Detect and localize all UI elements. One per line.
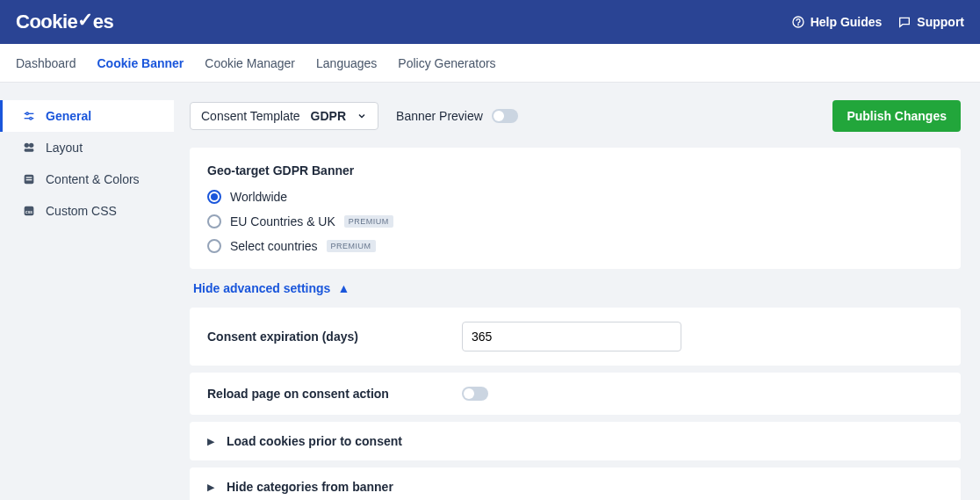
hide-advanced-settings-toggle[interactable]: Hide advanced settings ▲ [190,269,961,308]
support-link[interactable]: Support [897,15,964,29]
consent-expiration-row: Consent expiration (days) [190,308,961,366]
triangle-right-icon: ▶ [207,482,214,493]
body: General Layout Content & Colors css Cust… [0,83,980,500]
consent-template-select[interactable]: Consent Template GDPR [190,102,378,130]
sidebar-item-label: Custom CSS [46,204,117,218]
sidebar-item-label: Content & Colors [46,172,140,186]
radio-icon [207,214,221,228]
geo-option-label: Select countries [230,239,318,253]
svg-point-7 [29,143,33,148]
sidebar-item-general[interactable]: General [0,100,174,132]
brand-logo: Cookie✓es [16,11,113,33]
premium-badge: PREMIUM [344,215,393,228]
topbar-right: Help Guides Support [791,15,964,29]
css-icon: css [21,203,37,219]
help-icon [791,15,805,29]
svg-point-4 [26,112,29,115]
radio-icon [207,239,221,253]
chevron-up-icon: ▲ [337,281,349,295]
nav-cookie-banner[interactable]: Cookie Banner [97,56,184,70]
reload-label: Reload page on consent action [207,387,462,401]
premium-badge: PREMIUM [327,240,376,252]
advanced-toggle-label: Hide advanced settings [193,281,330,295]
sidebar-item-label: Layout [46,141,83,155]
sliders-icon [21,108,37,124]
svg-rect-11 [26,179,32,180]
svg-point-5 [30,117,32,120]
layout-icon [21,140,37,156]
geo-option-label: EU Countries & UK [230,214,335,228]
nav-dashboard[interactable]: Dashboard [16,56,76,70]
sidebar-item-custom-css[interactable]: css Custom CSS [0,195,174,227]
main-content: Consent Template GDPR Banner Preview Pub… [174,83,980,500]
svg-rect-8 [25,149,34,151]
banner-preview-control: Banner Preview [396,109,518,123]
load-cookies-label: Load cookies prior to consent [227,434,402,448]
hide-categories-label: Hide categories from banner [227,480,393,494]
svg-text:css: css [25,210,32,214]
toolbar: Consent Template GDPR Banner Preview Pub… [190,100,961,132]
hide-categories-expand[interactable]: ▶ Hide categories from banner [190,467,961,500]
content-icon [21,171,37,187]
sidebar-item-label: General [46,109,91,123]
svg-rect-10 [26,177,32,178]
sidebar: General Layout Content & Colors css Cust… [0,83,174,500]
geo-option-worldwide[interactable]: Worldwide [207,190,943,204]
geo-target-card: Geo-target GDPR Banner Worldwide EU Coun… [190,148,961,269]
help-guides-link[interactable]: Help Guides [791,15,883,29]
reload-on-consent-row: Reload page on consent action [190,373,961,415]
help-guides-label: Help Guides [811,15,883,29]
main-nav: Dashboard Cookie Banner Cookie Manager L… [0,44,980,83]
svg-point-6 [25,143,29,148]
geo-option-select-countries[interactable]: Select countries PREMIUM [207,239,943,253]
nav-policy-generators[interactable]: Policy Generators [398,56,495,70]
support-label: Support [917,15,964,29]
consent-expiration-input[interactable] [462,322,681,351]
publish-changes-button[interactable]: Publish Changes [832,100,961,132]
sidebar-item-layout[interactable]: Layout [0,132,174,163]
nav-languages[interactable]: Languages [316,56,377,70]
nav-cookie-manager[interactable]: Cookie Manager [205,56,295,70]
radio-icon [207,190,221,204]
template-value: GDPR [311,109,346,123]
consent-expiration-label: Consent expiration (days) [207,330,462,344]
geo-target-title: Geo-target GDPR Banner [207,163,943,178]
banner-preview-toggle[interactable] [492,109,518,123]
chat-icon [897,15,912,29]
chevron-down-icon [357,111,367,121]
topbar: Cookie✓es Help Guides Support [0,0,980,44]
geo-option-eu-uk[interactable]: EU Countries & UK PREMIUM [207,214,943,228]
load-cookies-prior-expand[interactable]: ▶ Load cookies prior to consent [190,422,961,460]
sidebar-item-content-colors[interactable]: Content & Colors [0,163,174,195]
reload-on-consent-toggle[interactable] [462,387,488,401]
geo-option-label: Worldwide [230,190,287,204]
triangle-right-icon: ▶ [207,436,214,447]
svg-point-1 [797,25,798,25]
preview-label: Banner Preview [396,109,483,123]
template-label: Consent Template [201,109,300,123]
